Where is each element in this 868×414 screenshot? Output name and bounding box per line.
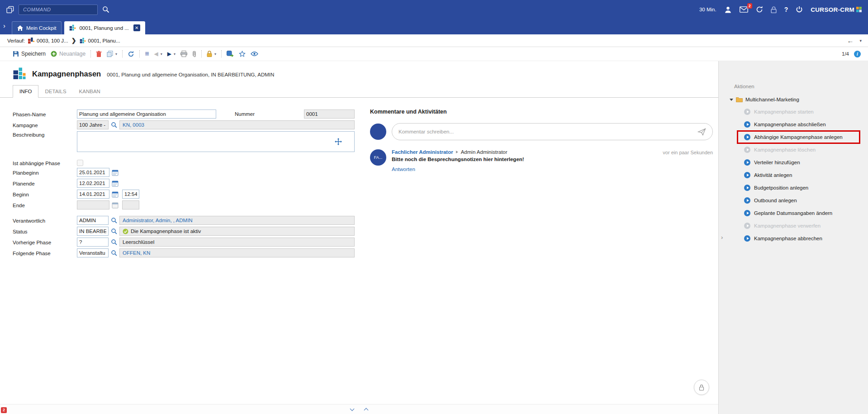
field-planbeginn: Planbeginn — [13, 168, 362, 177]
permissions-button[interactable]: ▾ — [207, 51, 216, 57]
calendar-icon[interactable] — [111, 202, 119, 209]
verantwortlich-link[interactable]: Administrator, Admin, , ADMIN — [123, 218, 193, 223]
vorherige-phase-text: Leerschlüssel — [123, 239, 154, 245]
watch-button[interactable] — [251, 51, 258, 57]
tab-kanban[interactable]: KANBAN — [73, 86, 107, 97]
ende-input[interactable] — [77, 200, 109, 209]
field-phasen-name: Phasen-Name Nummer — [13, 109, 362, 119]
sync-icon[interactable] — [756, 6, 763, 13]
history-back-icon[interactable]: ← — [847, 37, 854, 44]
view-tabs: INFO DETAILS KANBAN — [0, 84, 718, 98]
folgende-phase-input[interactable] — [77, 248, 109, 257]
calendar-icon[interactable] — [111, 169, 119, 176]
calendar-icon[interactable] — [111, 191, 119, 198]
reply-link[interactable]: Antworten — [392, 167, 713, 172]
beginn-time-input[interactable] — [122, 190, 139, 199]
breadcrumb-item-0001[interactable]: 0001, Planu... — [80, 38, 120, 44]
form-panel: Phasen-Name Nummer Kampagne KN, 0003 Bes… — [0, 98, 362, 259]
beschreibung-textarea[interactable] — [77, 131, 355, 152]
attachment-button[interactable] — [192, 51, 196, 57]
collapse-panel-icon[interactable]: › — [721, 234, 723, 241]
next-icon: ▶ — [167, 51, 171, 57]
lookup-icon[interactable] — [109, 239, 119, 245]
action-geplante-datumsangaben-aendern[interactable]: Geplante Datumsangaben ändern — [719, 207, 868, 219]
collapse-down-icon[interactable] — [350, 406, 355, 411]
action-budgetposition-anlegen[interactable]: Budgetposition anlegen — [719, 181, 868, 194]
help-icon[interactable]: ? — [784, 6, 788, 13]
refresh-button[interactable] — [128, 51, 134, 57]
action-abhaengige-kampagnenphase-anlegen[interactable]: Abhängige Kampagnenphase anlegen — [737, 130, 860, 144]
send-icon[interactable] — [697, 128, 706, 136]
folgende-phase-link[interactable]: OFFEN, KN — [123, 250, 150, 256]
window-switch-icon[interactable] — [6, 6, 14, 14]
play-icon — [744, 172, 750, 178]
mail-badge: 2 — [747, 3, 752, 9]
action-kampagnenphase-abbrechen[interactable]: Kampagnenphase abbrechen — [719, 232, 868, 245]
checkout-button[interactable] — [227, 51, 234, 57]
info-icon[interactable]: i — [854, 51, 861, 57]
ist-abhaengige-phase-checkbox[interactable] — [77, 160, 83, 166]
status-input[interactable] — [77, 227, 109, 236]
move-icon[interactable] — [335, 138, 342, 147]
tab-details[interactable]: DETAILS — [38, 86, 72, 97]
print-button[interactable] — [180, 51, 187, 57]
calendar-icon[interactable] — [111, 180, 119, 187]
brand-icon — [856, 7, 862, 12]
next-record-button[interactable]: ▶ ▾ — [167, 51, 175, 57]
notification-badge[interactable]: 2 — [1, 407, 7, 413]
kampagne-input[interactable] — [77, 120, 109, 129]
comment-author-link[interactable]: Fachlicher Administrator — [392, 149, 453, 155]
chevron-down-icon: ▾ — [115, 52, 117, 56]
command-input[interactable] — [19, 5, 98, 15]
history-dropdown-icon[interactable]: ▾ — [859, 38, 862, 43]
search-icon[interactable] — [102, 6, 109, 13]
action-verteiler-hinzufuegen[interactable]: Verteiler hinzufügen — [719, 156, 868, 169]
tab-record-0001[interactable]: 0001, Planung und ... ✕ — [64, 21, 145, 34]
avatar: FA... — [370, 149, 386, 166]
brand-text: CURSOR-CRM — [811, 6, 854, 13]
lookup-icon[interactable] — [109, 250, 119, 256]
planende-input[interactable] — [77, 179, 109, 188]
list-menu-button[interactable]: ≡ — [145, 50, 149, 58]
lock-icon[interactable] — [771, 6, 777, 13]
beginn-input[interactable] — [77, 190, 109, 199]
lock-layout-button[interactable] — [694, 380, 709, 395]
action-label: Kampagnenphase starten — [754, 109, 814, 114]
collapse-up-icon[interactable] — [364, 408, 369, 412]
chevron-down-icon: ▾ — [214, 52, 216, 56]
vorherige-phase-input[interactable] — [77, 238, 109, 247]
save-button[interactable]: Speichern — [13, 51, 46, 57]
delete-button[interactable] — [96, 51, 102, 57]
action-outbound-anlegen[interactable]: Outbound anlegen — [719, 194, 868, 207]
close-tab-icon[interactable]: ✕ — [133, 24, 140, 31]
user-icon[interactable] — [724, 6, 732, 14]
caret-down-icon[interactable] — [730, 99, 733, 101]
nummer-input[interactable] — [304, 109, 355, 119]
ende-time-input[interactable] — [122, 200, 139, 209]
action-aktivitaet-anlegen[interactable]: Aktivität anlegen — [719, 169, 868, 181]
favorite-button[interactable] — [239, 51, 246, 57]
kampagne-link[interactable]: KN, 0003 — [123, 122, 144, 128]
previous-record-button[interactable]: ◀ ▾ — [154, 51, 162, 57]
power-icon[interactable] — [796, 6, 803, 13]
action-kampagnenphase-verwerfen[interactable]: Kampagnenphase verwerfen — [719, 219, 868, 232]
breadcrumb-item-0003[interactable]: 0003, 100 J... — [28, 38, 68, 44]
new-record-button[interactable]: Neuanlage — [51, 51, 85, 57]
action-kampagnenphase-starten[interactable]: Kampagnenphase starten — [719, 105, 868, 118]
planbeginn-input[interactable] — [77, 168, 109, 177]
phasen-name-input[interactable] — [77, 109, 216, 119]
action-kampagnenphase-abschliessen[interactable]: Kampagnenphase abschließen — [719, 118, 868, 131]
action-kampagnenphase-loeschen[interactable]: Kampagnenphase löschen — [719, 143, 868, 156]
lookup-icon[interactable] — [109, 122, 119, 128]
comment-timestamp: vor ein paar Sekunden — [663, 150, 713, 155]
action-group-multichannel-marketing[interactable]: Multichannel-Marketing — [730, 97, 868, 102]
lookup-icon[interactable] — [109, 228, 119, 234]
tab-info[interactable]: INFO — [13, 85, 38, 98]
lookup-icon[interactable] — [109, 217, 119, 224]
copy-button[interactable]: ▾ — [107, 51, 117, 57]
mail-icon[interactable]: 2 — [740, 6, 748, 13]
tab-mein-cockpit[interactable]: Mein Cockpit — [12, 21, 62, 34]
verantwortlich-input[interactable] — [77, 216, 109, 225]
expand-left-panel-icon[interactable]: › — [3, 22, 5, 29]
comment-input[interactable] — [398, 129, 693, 134]
